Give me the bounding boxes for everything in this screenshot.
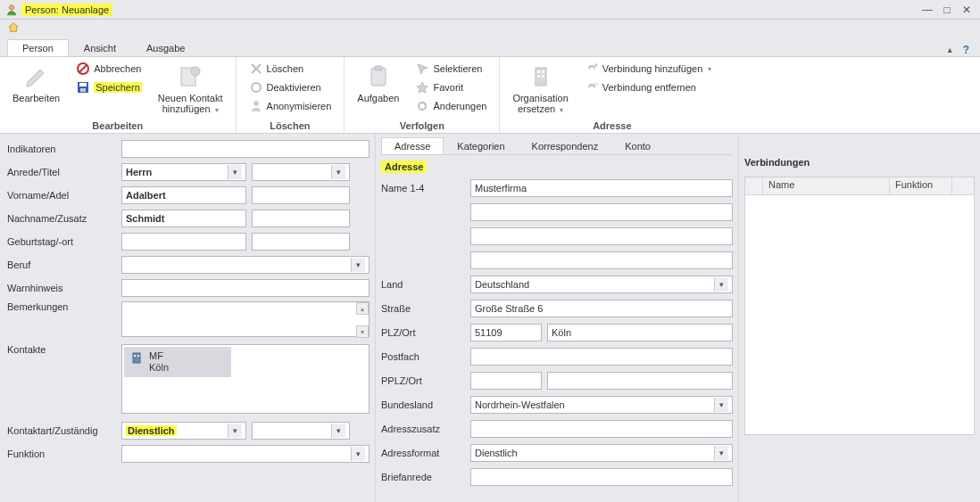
menu-tab-person[interactable]: Person <box>7 39 69 56</box>
ribbon-group-bearbeiten: Bearbeiten Abbrechen Speichern Neuen Kon… <box>0 57 237 133</box>
zusatz-field[interactable] <box>252 210 350 227</box>
grid-col-select[interactable] <box>745 177 763 194</box>
chevron-down-icon: ▾ <box>228 424 242 438</box>
window-close-button[interactable]: ✕ <box>959 3 975 17</box>
name2-field[interactable] <box>470 203 733 221</box>
save-button[interactable]: Speichern <box>72 79 145 95</box>
menu-tab-ansicht[interactable]: Ansicht <box>69 39 131 56</box>
strasse-field[interactable] <box>470 300 733 317</box>
window-minimize-button[interactable]: — <box>919 3 935 17</box>
deactivate-button[interactable]: Deaktivieren <box>245 79 336 95</box>
postfach-field[interactable] <box>470 348 733 366</box>
delete-button[interactable]: Löschen <box>245 61 336 77</box>
label-vorname: Vorname/Adel <box>7 190 121 201</box>
beruf-combo[interactable]: ▾ <box>121 256 370 274</box>
cancel-button[interactable]: Abbrechen <box>72 61 145 77</box>
refresh-icon <box>415 99 429 113</box>
tasks-button[interactable]: Aufgaben <box>353 61 403 105</box>
label-geburtstag: Geburtstag/-ort <box>7 236 121 247</box>
label-anrede: Anrede/Titel <box>7 167 121 177</box>
grid-col-extra[interactable] <box>952 177 974 194</box>
name3-field[interactable] <box>470 227 733 245</box>
briefanrede-field[interactable] <box>470 468 733 486</box>
label-warnhinweis: Warnhinweis <box>7 283 121 293</box>
mid-tab-kategorien[interactable]: Kategorien <box>444 137 518 154</box>
land-combo[interactable]: Deutschland▾ <box>470 276 733 293</box>
svg-rect-24 <box>133 353 140 363</box>
mid-tab-korrespondenz[interactable]: Korrespondenz <box>519 137 612 154</box>
name1-field[interactable] <box>470 179 733 197</box>
changes-button[interactable]: Änderungen <box>411 98 490 114</box>
verbindungen-grid[interactable]: Name Funktion <box>744 177 975 435</box>
svg-point-11 <box>253 101 259 106</box>
pplz-field[interactable] <box>470 372 542 390</box>
vorname-field[interactable] <box>121 186 246 204</box>
label-bundesland: Bundesland <box>381 399 470 410</box>
label-beruf: Beruf <box>7 259 121 270</box>
svg-point-7 <box>191 67 200 76</box>
label-bemerkungen: Bemerkungen <box>7 301 121 312</box>
bemerkungen-field[interactable] <box>121 301 370 337</box>
menu-tab-ausgabe[interactable]: Ausgabe <box>131 39 200 56</box>
label-kontaktart: Kontaktart/Zuständig <box>7 425 121 436</box>
kontakt-item[interactable]: MF Köln <box>124 347 231 377</box>
chevron-down-icon: ▾ <box>708 65 711 73</box>
link-add-icon <box>585 62 599 76</box>
grid-col-name[interactable]: Name <box>763 177 890 194</box>
mid-tab-adresse[interactable]: Adresse <box>381 137 444 154</box>
help-icon[interactable]: ? <box>963 44 969 56</box>
adresszusatz-field[interactable] <box>470 420 733 438</box>
chevron-down-icon: ▾ <box>714 277 728 292</box>
remove-connection-button[interactable]: Verbindung entfernen <box>581 79 716 95</box>
label-pplzort: PPLZ/Ort <box>381 375 470 386</box>
ort-field[interactable] <box>547 324 733 342</box>
favorite-button[interactable]: Favorit <box>411 79 490 95</box>
home-icon[interactable] <box>7 21 20 36</box>
adressformat-combo[interactable]: Dienstlich▾ <box>470 444 733 462</box>
anrede-combo[interactable]: Herrn▾ <box>121 163 246 181</box>
select-button[interactable]: Selektieren <box>411 61 490 77</box>
svg-point-10 <box>252 83 261 92</box>
ribbon-group-loeschen: Löschen Deaktivieren Anonymisieren Lösch… <box>237 57 345 133</box>
plz-field[interactable] <box>470 324 542 342</box>
nachname-field[interactable] <box>121 210 246 227</box>
label-land: Land <box>381 279 470 290</box>
kontakte-list[interactable]: MF Köln <box>121 344 370 414</box>
indikatoren-field[interactable] <box>121 140 370 158</box>
mid-tab-konto[interactable]: Konto <box>611 137 664 154</box>
titel-combo[interactable]: ▾ <box>252 163 350 181</box>
funktion-combo[interactable]: ▾ <box>121 445 370 463</box>
adel-field[interactable] <box>252 186 350 204</box>
link-remove-icon <box>585 80 599 95</box>
grid-col-funktion[interactable]: Funktion <box>890 177 952 194</box>
name4-field[interactable] <box>470 251 733 269</box>
geburtsort-field[interactable] <box>252 233 350 251</box>
grid-header: Name Funktion <box>745 177 974 195</box>
label-adresszusatz: Adresszusatz <box>381 424 470 434</box>
kontaktart-combo[interactable]: Dienstlich▾ <box>121 422 246 440</box>
zustaendig-combo[interactable]: ▾ <box>252 422 350 440</box>
window-maximize-button[interactable]: □ <box>939 3 955 17</box>
anonymize-button[interactable]: Anonymisieren <box>245 98 336 114</box>
ribbon-group-label: Bearbeiten <box>9 119 227 132</box>
scroll-up-icon[interactable]: ▴ <box>356 302 369 315</box>
warnhinweis-field[interactable] <box>121 279 370 297</box>
building-icon <box>129 350 144 365</box>
replace-org-button[interactable]: Organisation ersetzen ▾ <box>509 61 571 117</box>
svg-rect-18 <box>542 70 544 73</box>
svg-point-0 <box>9 4 13 9</box>
add-contact-button[interactable]: Neuen Kontakt hinzufügen ▾ <box>154 61 227 117</box>
bundesland-combo[interactable]: Nordrhein-Westfalen▾ <box>470 396 733 414</box>
ribbon-collapse-icon[interactable]: ▲ <box>946 45 954 54</box>
port-field[interactable] <box>547 372 733 390</box>
cancel-icon <box>76 62 90 76</box>
label-funktion: Funktion <box>7 449 121 459</box>
svg-rect-25 <box>134 355 136 357</box>
add-connection-button[interactable]: Verbindung hinzufügen ▾ <box>581 61 716 77</box>
scroll-down-icon[interactable]: ▾ <box>356 325 369 338</box>
geburtstag-field[interactable] <box>121 233 246 251</box>
edit-button[interactable]: Bearbeiten <box>9 61 63 105</box>
label-name14: Name 1-4 <box>381 183 470 193</box>
section-title-adresse: Adresse <box>381 160 427 173</box>
label-kontakte: Kontakte <box>7 344 121 355</box>
